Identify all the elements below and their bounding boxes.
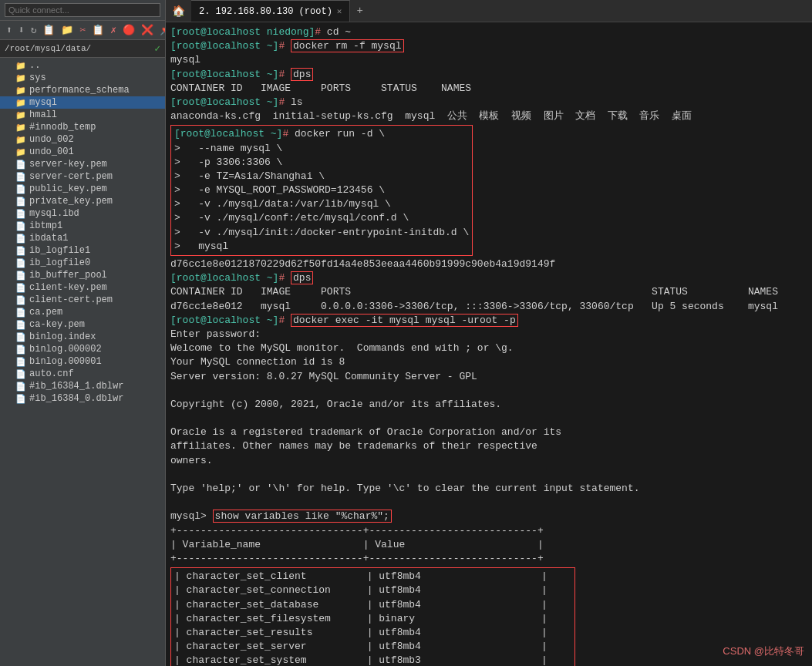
tree-item-label: ib_logfile1 <box>29 245 90 256</box>
file-icon: 📄 <box>15 160 26 170</box>
tree-item-ib-logfile0[interactable]: 📄ib_logfile0 <box>0 257 165 269</box>
folder-icon: 📁 <box>15 73 26 83</box>
tree-item-sys[interactable]: 📁sys <box>0 72 165 84</box>
tree-item-mysql-ibd[interactable]: 📄mysql.ibd <box>0 207 165 220</box>
down-icon[interactable]: ⬇ <box>17 23 26 37</box>
up-icon[interactable]: ⬆ <box>5 23 14 37</box>
folder-icon: 📁 <box>15 110 26 120</box>
file-icon: 📄 <box>15 394 26 404</box>
file-icon: 📄 <box>15 295 26 305</box>
tree-item-ibdata1[interactable]: 📄ibdata1 <box>0 232 165 244</box>
pin-icon[interactable]: 📌 <box>158 23 166 37</box>
tree-item-label: client-cert.pem <box>29 294 113 305</box>
add-tab-button[interactable]: + <box>350 2 369 20</box>
tree-item-client-key-pem[interactable]: 📄client-key.pem <box>0 281 165 294</box>
tree-item-label: private_key.pem <box>29 196 113 207</box>
file-icon: 📄 <box>15 320 26 330</box>
paste-icon[interactable]: 📋 <box>90 23 106 37</box>
tree-item-label: ibdata1 <box>29 233 68 244</box>
folder-icon: 📁 <box>15 61 26 71</box>
tree-item-binlog-index[interactable]: 📄binlog.index <box>0 331 165 343</box>
tree-item-label: mysql <box>29 97 57 108</box>
file-icon: 📄 <box>15 308 26 318</box>
tree-item-label: performance_schema <box>29 85 130 96</box>
tree-item-label: public_key.pem <box>29 183 107 194</box>
tree-item-label: hmall <box>29 109 57 120</box>
info-icon[interactable]: 🔴 <box>121 23 136 37</box>
tree-item-performance-schema[interactable]: 📁performance_schema <box>0 84 165 96</box>
tree-item-ibtmp1[interactable]: 📄ibtmp1 <box>0 220 165 232</box>
tree-item-client-cert-pem[interactable]: 📄client-cert.pem <box>0 294 165 306</box>
cut-icon[interactable]: ✂ <box>78 23 87 37</box>
folder-icon[interactable]: 📁 <box>59 23 75 37</box>
tree-item-label: undo_002 <box>29 134 74 145</box>
copy-icon[interactable]: 📋 <box>41 23 56 37</box>
tree-item-ib-buffer-pool[interactable]: 📄ib_buffer_pool <box>0 269 165 281</box>
folder-icon: 📁 <box>15 123 26 133</box>
file-icon: 📄 <box>15 271 26 281</box>
file-icon: 📄 <box>15 172 26 182</box>
file-icon: 📄 <box>15 221 26 231</box>
file-icon: 📄 <box>15 283 26 293</box>
quick-connect-input[interactable] <box>5 3 160 17</box>
home-tab[interactable]: 🏠 <box>166 2 191 21</box>
watermark: CSDN @比特冬哥 <box>723 644 804 658</box>
tree-item-label: server-key.pem <box>29 159 107 170</box>
tree-item-label: ib_buffer_pool <box>29 270 107 281</box>
docker-run-block: [root@localhost ~]# docker run -d \ > --… <box>170 125 473 256</box>
tree-item-private-key-pem[interactable]: 📄private_key.pem <box>0 195 165 207</box>
tree-item--innodb-temp[interactable]: 📁#innodb_temp <box>0 121 165 133</box>
folder-icon: 📁 <box>15 86 26 96</box>
tree-item-label: sys <box>29 72 46 83</box>
tree-item-auto-cnf[interactable]: 📄auto.cnf <box>0 368 165 380</box>
file-icon: 📄 <box>15 369 26 379</box>
tree-item-label: client-key.pem <box>29 282 107 293</box>
file-icon: 📄 <box>15 234 26 244</box>
active-tab[interactable]: 2. 192.168.80.130 (root) ✕ <box>191 0 350 22</box>
sidebar: ⬆ ⬇ ↻ 📋 📁 ✂ 📋 ✗ 🔴 ❌ 📌 /root/mysql/data/ … <box>0 0 166 666</box>
tree-item-undo-001[interactable]: 📁undo_001 <box>0 146 165 158</box>
tree-item-label: ib_logfile0 <box>29 257 90 268</box>
tab-close-button[interactable]: ✕ <box>337 6 342 16</box>
charset-values-block: | character_set_client | utf8mb4 | | cha… <box>170 567 575 666</box>
tree-item-public-key-pem[interactable]: 📄public_key.pem <box>0 183 165 195</box>
tree-item--ib-16384-1-dblwr[interactable]: 📄#ib_16384_1.dblwr <box>0 380 165 392</box>
sidebar-connect-bar <box>0 0 165 21</box>
folder-icon: 📁 <box>15 98 26 108</box>
tree-item-label: binlog.000001 <box>29 356 102 367</box>
file-icon: 📄 <box>15 332 26 342</box>
tree-item-binlog-000002[interactable]: 📄binlog.000002 <box>0 343 165 355</box>
file-icon: 📄 <box>15 357 26 367</box>
tree-item-undo-002[interactable]: 📁undo_002 <box>0 133 165 146</box>
tree-item-server-key-pem[interactable]: 📄server-key.pem <box>0 158 165 170</box>
tree-item-ca-pem[interactable]: 📄ca.pem <box>0 306 165 318</box>
path-bar: /root/mysql/data/ ✓ <box>0 40 165 58</box>
tree-item-label: binlog.000002 <box>29 344 102 355</box>
current-path: /root/mysql/data/ <box>5 44 151 53</box>
tree-item-label: auto.cnf <box>29 368 74 379</box>
tree-item---[interactable]: 📁.. <box>0 59 165 72</box>
refresh-icon[interactable]: ↻ <box>29 23 39 37</box>
tab-bar: 🏠 2. 192.168.80.130 (root) ✕ + <box>166 0 812 22</box>
terminal-content[interactable]: [root@localhost niedong]# cd ~ [root@loc… <box>166 22 812 666</box>
tree-item--ib-16384-0-dblwr[interactable]: 📄#ib_16384_0.dblwr <box>0 392 165 405</box>
tree-item-label: #ib_16384_1.dblwr <box>29 381 123 392</box>
tree-item-server-cert-pem[interactable]: 📄server-cert.pem <box>0 170 165 183</box>
tree-item-label: undo_001 <box>29 146 74 157</box>
tree-item-ca-key-pem[interactable]: 📄ca-key.pem <box>0 318 165 331</box>
tree-item-ib-logfile1[interactable]: 📄ib_logfile1 <box>0 244 165 257</box>
tree-item-hmall[interactable]: 📁hmall <box>0 109 165 121</box>
delete-icon[interactable]: ✗ <box>109 23 118 37</box>
file-icon: 📄 <box>15 345 26 355</box>
folder-icon: 📁 <box>15 147 26 157</box>
tab-label: 2. 192.168.80.130 (root) <box>199 6 332 17</box>
close-icon[interactable]: ❌ <box>140 23 155 37</box>
tree-item-label: binlog.index <box>29 331 96 342</box>
tree-item-label: server-cert.pem <box>29 171 113 182</box>
file-icon: 📄 <box>15 382 26 392</box>
tree-item-label: .. <box>29 60 40 71</box>
file-icon: 📄 <box>15 258 26 268</box>
tree-item-binlog-000001[interactable]: 📄binlog.000001 <box>0 355 165 368</box>
tree-item-label: mysql.ibd <box>29 208 79 219</box>
tree-item-mysql[interactable]: 📁mysql <box>0 96 165 109</box>
